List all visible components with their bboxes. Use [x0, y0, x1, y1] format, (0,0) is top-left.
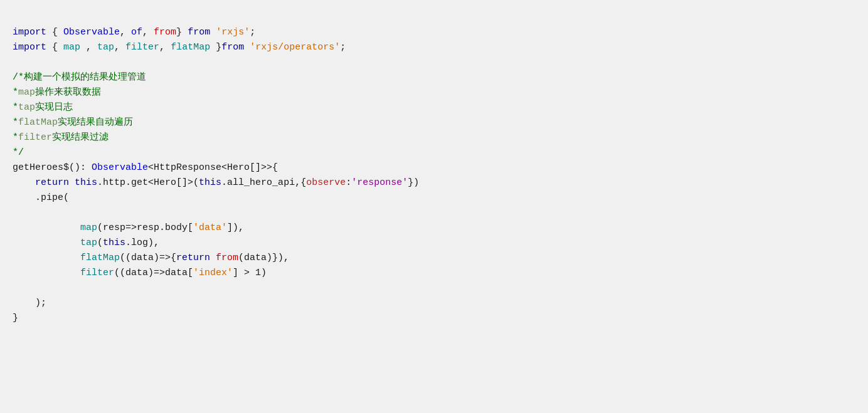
code-line: ); [13, 296, 855, 311]
code-token: .pipe( [13, 192, 69, 203]
code-token: , [142, 27, 154, 38]
code-token: map [80, 222, 97, 233]
code-token [210, 27, 216, 38]
code-token: <HttpResponse<Hero[]>>{ [148, 162, 278, 173]
code-token [69, 177, 75, 188]
code-token: ); [13, 298, 46, 308]
code-line: /*构建一个模拟的结果处理管道 [13, 70, 855, 85]
code-token [13, 238, 80, 248]
code-token: filter [18, 132, 52, 143]
code-token: of [131, 27, 142, 38]
code-line: getHeroes$(): Observable<HttpResponse<He… [13, 160, 855, 175]
code-line: *map操作来获取数据 [13, 85, 855, 100]
code-line: map(resp=>resp.body['data']), [13, 221, 855, 236]
code-token: getHeroes$() [13, 162, 80, 173]
code-token: : [80, 162, 92, 173]
code-token: 'rxjs' [216, 27, 250, 38]
code-line: flatMap((data)=>{return from(data)}), [13, 251, 855, 266]
code-token: import [13, 42, 46, 53]
code-token: return [176, 253, 210, 263]
code-line: *flatMap实现结果自动遍历 [13, 115, 855, 130]
code-token: * [13, 117, 18, 128]
code-line: filter((data)=>data['index'] > 1) [13, 266, 855, 281]
code-token: tap [80, 238, 97, 248]
code-token: /*构建一个模拟的结果处理管道 [13, 72, 146, 83]
code-token: , [159, 42, 171, 53]
code-token: * [13, 132, 18, 143]
code-token: filter [125, 42, 159, 53]
code-token: from [221, 42, 244, 53]
code-token: ((data)=>{ [120, 253, 176, 263]
code-token [13, 177, 35, 188]
code-token: }) [408, 177, 419, 188]
code-token: Observable [92, 162, 148, 173]
code-token: tap [97, 42, 114, 53]
code-token: 'data' [193, 222, 227, 233]
code-token: .log), [125, 238, 159, 248]
code-token: 操作来获取数据 [35, 87, 101, 98]
code-line: } [13, 311, 855, 326]
code-token: 'index' [193, 268, 233, 278]
code-token: ]), [227, 222, 244, 233]
code-token: } [210, 42, 221, 53]
code-token: * [13, 87, 18, 98]
code-token: from [154, 27, 176, 38]
code-line: */ [13, 145, 855, 160]
code-token: , [114, 42, 125, 53]
code-token: return [35, 177, 69, 188]
code-token: .all_hero_api,{ [221, 177, 306, 188]
code-token: tap [18, 102, 35, 113]
code-line: tap(this.log), [13, 236, 855, 251]
code-token: from [188, 27, 210, 38]
code-token: map [63, 42, 80, 53]
code-token: import [13, 27, 46, 38]
code-token: 实现日志 [35, 102, 73, 113]
code-token [210, 253, 216, 263]
code-token: this [103, 238, 125, 248]
code-token: flatMap [171, 42, 210, 53]
code-token: ; [340, 42, 346, 53]
code-token: ( [97, 238, 103, 248]
code-line: return this.http.get<Hero[]>(this.all_he… [13, 175, 855, 191]
code-token: flatMap [80, 253, 120, 263]
code-token: : [346, 177, 351, 188]
code-token: Observable [63, 27, 120, 38]
code-token: ; [250, 27, 255, 38]
code-token: .http.get<Hero[]>( [97, 177, 199, 188]
code-token [13, 268, 80, 278]
code-token: { [46, 27, 63, 38]
code-token: */ [13, 147, 24, 158]
code-editor: import { Observable, of, from} from 'rxj… [13, 10, 855, 326]
code-token: filter [80, 268, 114, 278]
code-token [244, 42, 250, 53]
code-token: * [13, 102, 18, 113]
code-token: flatMap [18, 117, 58, 128]
code-token: { [46, 42, 63, 53]
code-line: *filter实现结果过滤 [13, 130, 855, 145]
code-token: , [120, 27, 131, 38]
code-line [13, 55, 855, 70]
code-line: .pipe( [13, 191, 855, 206]
code-line: import { Observable, of, from} from 'rxj… [13, 25, 855, 40]
code-token [13, 253, 80, 263]
code-token: 实现结果过滤 [52, 132, 109, 143]
code-token: 'response' [351, 177, 408, 188]
code-token: ((data)=>data[ [114, 268, 193, 278]
code-line [13, 206, 855, 221]
code-token: } [176, 27, 188, 38]
code-line [13, 281, 855, 296]
code-token: this [199, 177, 221, 188]
code-token: } [13, 313, 18, 323]
code-token: observe [306, 177, 346, 188]
code-token: (data)}), [238, 253, 289, 263]
code-token: 实现结果自动遍历 [58, 117, 133, 128]
code-token: (resp=>resp.body[ [97, 222, 193, 233]
code-token: ] > 1) [233, 268, 267, 278]
code-line: import { map , tap, filter, flatMap }fro… [13, 40, 855, 55]
code-line: *tap实现日志 [13, 100, 855, 115]
code-token: , [80, 42, 97, 53]
code-token: this [75, 177, 97, 188]
code-token: from [216, 253, 238, 263]
code-token: map [18, 87, 35, 98]
code-token [13, 222, 80, 233]
